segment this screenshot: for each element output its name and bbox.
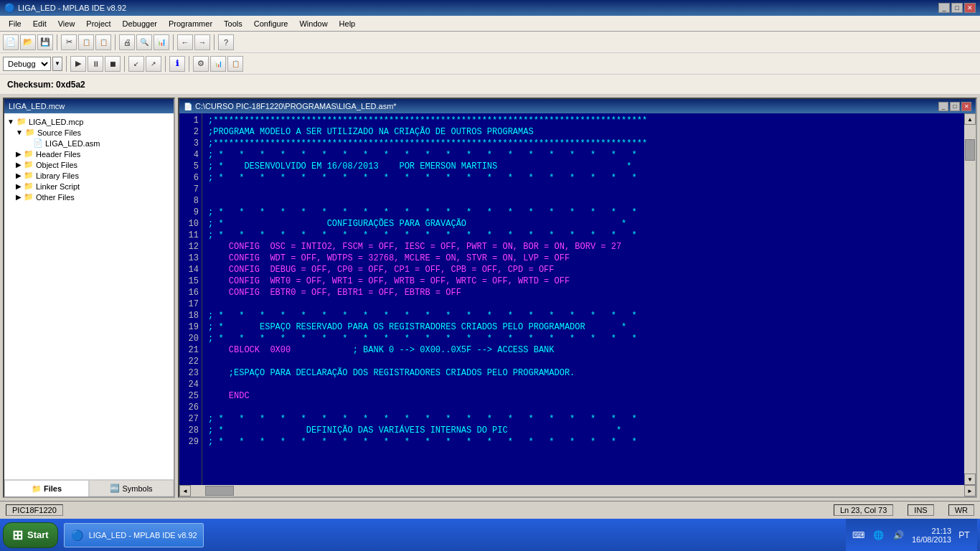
menu-window[interactable]: Window (293, 18, 333, 29)
run-button[interactable]: ▶ (70, 56, 86, 72)
scroll-track[interactable] (964, 125, 976, 474)
keyboard-icon[interactable]: ⌨ (852, 528, 866, 542)
toolbar-separator-1 (57, 34, 57, 50)
tab-symbols[interactable]: 🔤 Symbols (89, 480, 174, 496)
line-numbers: 12345 678910 1112131415 1617181920 21222… (179, 113, 202, 485)
open-button[interactable]: 📂 (20, 34, 36, 50)
tree-library-files-folder[interactable]: ▶ 📁 Library Files (7, 170, 171, 181)
editor-minimize-button[interactable]: _ (938, 102, 948, 111)
tree-linker-script-folder[interactable]: ▶ 📁 Linker Script (7, 181, 171, 192)
lang-indicator: PT (957, 528, 971, 542)
linker-expand-icon: ▶ (16, 182, 22, 190)
project-tree[interactable]: ▼ 📁 LIGA_LED.mcp ▼ 📁 Source Files 📄 LIGA… (4, 113, 174, 479)
paste-button[interactable]: 📋 (95, 34, 111, 50)
step-in-button[interactable]: ↙ (128, 56, 144, 72)
header-files-label: Header Files (36, 150, 80, 159)
hscroll-thumb[interactable] (205, 486, 234, 496)
menu-programmer[interactable]: Programmer (163, 18, 218, 29)
minimize-button[interactable]: _ (938, 3, 950, 13)
insert-mode-status: INS (908, 504, 933, 516)
tree-source-files-folder[interactable]: ▼ 📁 Source Files (7, 127, 171, 138)
cut-button[interactable]: ✂ (61, 34, 77, 50)
menu-configure[interactable]: Configure (248, 18, 294, 29)
scroll-right-button[interactable]: ► (964, 485, 976, 496)
title-bar-controls[interactable]: _ □ ✕ (938, 3, 976, 13)
step-out-button[interactable]: ↗ (146, 56, 161, 72)
stop-button[interactable]: ⏹ (105, 56, 121, 72)
network-icon[interactable]: 🌐 (872, 528, 886, 542)
clock-time: 21:13 (912, 527, 951, 535)
hscroll-track[interactable] (191, 485, 964, 496)
tree-object-files-folder[interactable]: ▶ 📁 Object Files (7, 159, 171, 170)
linker-script-label: Linker Script (36, 182, 80, 191)
menu-project[interactable]: Project (80, 18, 116, 29)
forward-button[interactable]: → (194, 34, 210, 50)
files-tab-label: Files (44, 484, 62, 493)
editor-maximize-button[interactable]: □ (950, 102, 960, 111)
status-bar: PIC18F1220 Ln 23, Col 73 INS WR (0, 501, 980, 519)
print-button[interactable]: 🖨 (119, 34, 135, 50)
vertical-scrollbar[interactable]: ▲ ▼ (964, 113, 976, 485)
header-expand-icon: ▶ (16, 150, 22, 158)
code-editor[interactable]: ;***************************************… (202, 113, 964, 485)
object-expand-icon: ▶ (16, 161, 22, 169)
mplab-app-label: LIGA_LED - MPLAB IDE v8.92 (89, 531, 197, 540)
files-tab-icon: 📁 (32, 484, 42, 494)
toolbar2-separator-4 (189, 56, 189, 72)
browse-button[interactable]: 📊 (154, 34, 169, 50)
close-button[interactable]: ✕ (964, 3, 976, 13)
tree-other-files-folder[interactable]: ▶ 📁 Other Files (7, 192, 171, 202)
copy-button[interactable]: 📋 (78, 34, 94, 50)
taskbar: ⊞ Start 🔵 LIGA_LED - MPLAB IDE v8.92 ⌨ 🌐… (0, 519, 980, 551)
scroll-left-button[interactable]: ◄ (179, 485, 191, 496)
menu-help[interactable]: Help (334, 18, 362, 29)
source-files-label: Source Files (37, 128, 81, 137)
new-button[interactable]: 📄 (3, 34, 19, 50)
linker-folder-icon: 📁 (24, 182, 34, 191)
windows-logo: ⊞ (12, 527, 23, 543)
tab-files[interactable]: 📁 Files (4, 480, 89, 496)
menu-view[interactable]: View (52, 18, 81, 29)
prog-mem-button[interactable]: 📋 (227, 56, 243, 72)
editor-close-button[interactable]: ✕ (961, 102, 971, 111)
tree-asm-file[interactable]: 📄 LIGA_LED.asm (7, 138, 171, 149)
help-button[interactable]: ? (218, 34, 234, 50)
prog-stats-button[interactable]: 📊 (210, 56, 226, 72)
editor-title-controls[interactable]: _ □ ✕ (938, 102, 971, 111)
save-button[interactable]: 💾 (37, 34, 53, 50)
debug-dropdown-button[interactable]: ▼ (52, 57, 62, 71)
settings-button[interactable]: ⚙ (193, 56, 209, 72)
toolbar-1: 📄 📂 💾 ✂ 📋 📋 🖨 🔍 📊 ← → ? (0, 32, 980, 53)
menu-file[interactable]: File (3, 18, 27, 29)
scroll-thumb[interactable] (965, 139, 975, 161)
clock-date: 16/08/2013 (912, 535, 951, 544)
menu-edit[interactable]: Edit (27, 18, 52, 29)
title-bar-left: 🔵 LIGA_LED - MPLAB IDE v8.92 (4, 3, 126, 13)
symbols-tab-label: Symbols (122, 484, 152, 493)
tree-header-files-folder[interactable]: ▶ 📁 Header Files (7, 149, 171, 159)
toolbar2-separator-1 (66, 56, 67, 72)
library-expand-icon: ▶ (16, 171, 22, 179)
start-button[interactable]: ⊞ Start (3, 522, 58, 548)
taskbar-mplab-app[interactable]: 🔵 LIGA_LED - MPLAB IDE v8.92 (64, 523, 204, 547)
pause-button[interactable]: ⏸ (88, 56, 103, 72)
library-files-label: Library Files (36, 171, 79, 180)
toolbar2-separator-2 (124, 56, 125, 72)
left-panel: LIGA_LED.mcw ▼ 📁 LIGA_LED.mcp ▼ 📁 Source… (3, 98, 175, 498)
back-button[interactable]: ← (177, 34, 193, 50)
maximize-button[interactable]: □ (951, 3, 963, 13)
debug-mode-select[interactable]: Debugg Release (3, 57, 51, 71)
tree-root[interactable]: ▼ 📁 LIGA_LED.mcp (7, 116, 171, 127)
checksum-label: Checksum: (7, 80, 54, 90)
horizontal-scrollbar[interactable]: ◄ ► (179, 485, 976, 496)
editor-title-text: C:\CURSO PIC-18F1220\PROGRAMAS\LIGA_LED.… (195, 102, 397, 110)
taskbar-apps: 🔵 LIGA_LED - MPLAB IDE v8.92 (64, 523, 840, 547)
info-button[interactable]: ℹ (169, 56, 185, 72)
volume-icon[interactable]: 🔊 (892, 528, 906, 542)
header-folder-icon: 📁 (24, 149, 34, 159)
search-button[interactable]: 🔍 (136, 34, 152, 50)
menu-debugger[interactable]: Debugger (117, 18, 163, 29)
menu-tools[interactable]: Tools (218, 18, 248, 29)
scroll-down-button[interactable]: ▼ (964, 474, 976, 485)
scroll-up-button[interactable]: ▲ (964, 113, 976, 125)
